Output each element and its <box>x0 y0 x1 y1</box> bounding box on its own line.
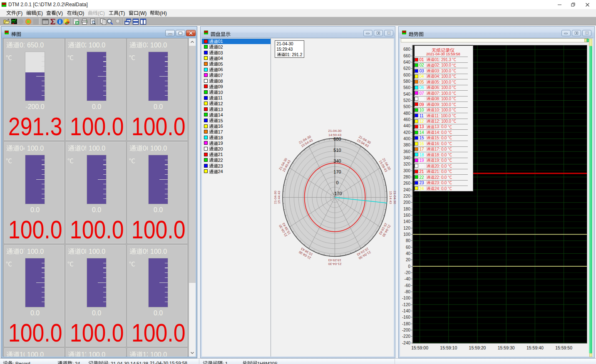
svg-text:21-04-30: 21-04-30 <box>328 129 342 133</box>
svg-text:21-04-30: 21-04-30 <box>328 262 342 266</box>
svg-text:170: 170 <box>333 169 341 174</box>
svg-text:21-04-30: 21-04-30 <box>273 191 277 204</box>
svg-text:680: 680 <box>333 136 341 141</box>
svg-text:21-04-30: 21-04-30 <box>393 191 397 204</box>
svg-text:510: 510 <box>333 148 341 153</box>
svg-text:14:59:43: 14:59:43 <box>328 133 342 137</box>
svg-text:-170: -170 <box>333 191 342 196</box>
svg-text:0: 0 <box>336 180 338 185</box>
svg-text:340: 340 <box>333 158 341 163</box>
svg-text:15:44:43: 15:44:43 <box>277 191 281 204</box>
svg-text:15:29:43: 15:29:43 <box>328 258 341 262</box>
svg-text:15:14:43: 15:14:43 <box>389 191 392 204</box>
